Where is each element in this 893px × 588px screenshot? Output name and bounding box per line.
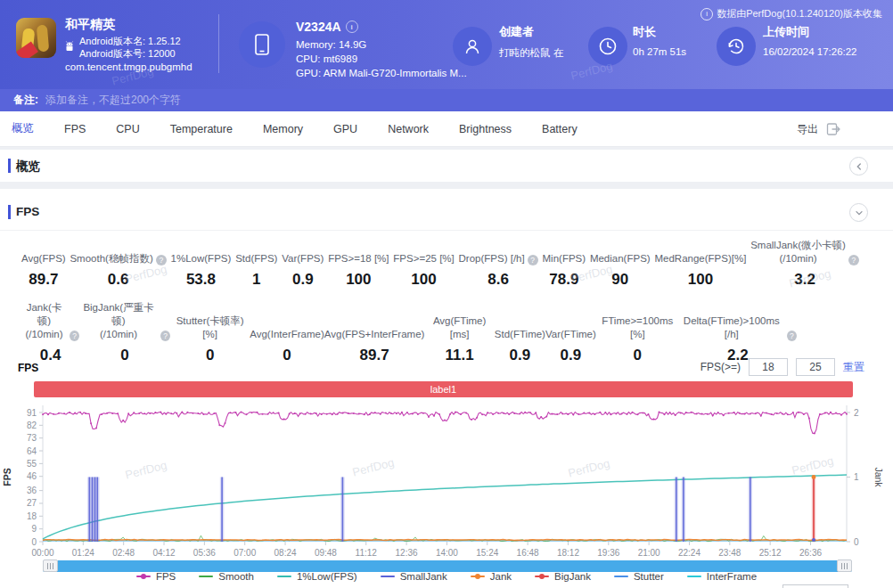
clock-icon [597, 36, 619, 57]
legend-item-bigjank[interactable]: BigJank [535, 571, 591, 582]
divider [0, 230, 893, 231]
stat-label: Std(FTime) [495, 314, 545, 341]
stat-value: 8.6 [487, 271, 509, 289]
svg-text:18:12: 18:12 [557, 548, 579, 558]
stat-label: Delta(FTime)>100ms [/h]? [679, 314, 797, 341]
svg-text:64: 64 [27, 446, 37, 456]
tab-network[interactable]: Network [385, 123, 431, 135]
svg-text:15:24: 15:24 [476, 548, 498, 558]
help-icon[interactable]: ? [160, 331, 170, 341]
legend-label: FPS [156, 571, 176, 582]
chart-legend: FPSSmooth1%Low(FPS)SmallJankJankBigJankS… [0, 571, 893, 582]
export-icon[interactable] [826, 122, 841, 136]
tab-memory[interactable]: Memory [260, 123, 306, 135]
svg-text:55: 55 [27, 459, 37, 469]
device-info-icon[interactable]: i [346, 20, 358, 33]
legend-marker [471, 576, 485, 578]
android-icon [64, 41, 75, 53]
person-icon [463, 37, 482, 56]
stat-var-fps: Var(FPS)0.9 [282, 239, 324, 289]
legend-label: SmallJank [400, 571, 447, 582]
stat-label: Stutter(卡顿率) [%] [170, 314, 250, 341]
reset-link[interactable]: 重置 [843, 360, 864, 375]
svg-text:19:36: 19:36 [597, 548, 619, 558]
stat-value: 0 [206, 347, 214, 364]
fps-threshold-label: FPS(>=) [700, 361, 741, 373]
chart-label-band-text: label1 [430, 384, 456, 395]
legend-item-smalljank[interactable]: SmallJank [381, 571, 447, 582]
fps-section-title: FPS [16, 205, 39, 218]
stat-value: 0.9 [292, 271, 314, 289]
tab-battery[interactable]: Battery [539, 123, 580, 135]
phone-icon [252, 33, 272, 56]
legend-item-interframe[interactable]: InterFrame [687, 571, 757, 582]
help-icon[interactable]: ? [70, 331, 79, 341]
legend-item-smooth[interactable]: Smooth [199, 571, 254, 582]
duration-value: 0h 27m 51s [633, 46, 686, 57]
stat-value: 11.1 [446, 347, 474, 364]
fps-threshold-low-input[interactable] [749, 358, 788, 376]
svg-text:21:00: 21:00 [638, 548, 660, 558]
tab-概览[interactable]: 概览 [9, 121, 37, 136]
help-icon[interactable]: ? [156, 255, 167, 265]
fps-jank-chart: 0918273646556473829101200:0001:2402:4804… [0, 396, 893, 562]
legend-item-jank[interactable]: Jank [471, 571, 512, 582]
scrollbar-left-handle[interactable] [43, 559, 58, 572]
stat-jank-10min: Jank(卡顿) (/10min)?0.4 [21, 301, 79, 364]
tab-fps[interactable]: FPS [61, 123, 88, 135]
stat-value: 90 [611, 271, 628, 289]
creator-value: 打盹的松鼠 在 [499, 46, 563, 60]
tab-brightness[interactable]: Brightness [456, 123, 514, 135]
stat-avg-ftime-ms: Avg(FTime) [ms]11.1 [424, 314, 494, 364]
stat-ftime-100ms-%: FTime>=100ms [%]0 [596, 314, 679, 364]
stat-label: Var(FPS) [282, 239, 324, 265]
header-divider [218, 14, 219, 73]
svg-text:16:48: 16:48 [517, 548, 539, 558]
stat-drop-fps-h: Drop(FPS) [/h]?8.6 [459, 239, 538, 289]
stat-value: 0 [120, 347, 128, 364]
device-memory: Memory: 14.9G [296, 39, 366, 50]
overview-collapse-button[interactable] [849, 157, 868, 176]
legend-label: Smooth [218, 571, 254, 582]
stat-label: 1%Low(FPS) [171, 239, 232, 265]
stat-value: 78.9 [549, 271, 578, 289]
tab-temperature[interactable]: Temperature [168, 123, 235, 135]
tab-gpu[interactable]: GPU [331, 123, 360, 135]
svg-text:23:48: 23:48 [718, 548, 741, 558]
overview-section: 概览 [0, 150, 893, 182]
fps-stats-row-1: Avg(FPS)89.7Smooth(稳帧指数)?0.61%Low(FPS)53… [21, 239, 859, 289]
svg-text:04:12: 04:12 [153, 548, 176, 558]
fps-collapse-button[interactable] [849, 203, 868, 222]
legend-item-stutter[interactable]: Stutter [614, 571, 664, 582]
tab-cpu[interactable]: CPU [113, 123, 142, 135]
duration-circle [588, 27, 627, 66]
stat-avg-fps: Avg(FPS)89.7 [21, 239, 66, 289]
chevron-left-icon [855, 162, 864, 171]
svg-text:73: 73 [27, 433, 37, 443]
svg-text:01:24: 01:24 [72, 548, 94, 558]
svg-text:Jank: Jank [873, 467, 884, 487]
app-name: 和平精英 [65, 17, 115, 33]
svg-text:14:00: 14:00 [436, 548, 458, 558]
fps-threshold-high-input[interactable] [796, 358, 835, 376]
help-icon[interactable]: ? [848, 255, 859, 265]
legend-item-1%low-fps-[interactable]: 1%Low(FPS) [277, 571, 357, 582]
legend-item-fps[interactable]: FPS [136, 571, 176, 582]
legend-label: InterFrame [707, 571, 757, 582]
note-input[interactable]: 添加备注，不超过200个字符 [45, 93, 181, 108]
svg-text:00:00: 00:00 [31, 548, 53, 558]
stat-fps-18-%: FPS>=18 [%]100 [328, 239, 389, 289]
help-icon[interactable]: ? [528, 255, 538, 265]
stat-value: 100 [346, 271, 371, 289]
help-icon[interactable]: ? [787, 331, 797, 341]
chart-label-band[interactable]: label1 [34, 381, 853, 397]
stat-1%low-fps: 1%Low(FPS)53.8 [171, 239, 232, 289]
device-circle [239, 21, 285, 68]
duration-label: 时长 [633, 24, 656, 40]
stat-var-ftime: Var(FTime)0.9 [545, 314, 596, 364]
stat-smalljank-10min: SmallJank(微小卡顿) (/10min)?3.2 [750, 239, 859, 289]
section-accent [8, 205, 11, 219]
export-button[interactable]: 导出 [797, 122, 818, 137]
stat-value: 3.2 [794, 271, 815, 289]
scrollbar-right-handle[interactable] [837, 559, 852, 572]
